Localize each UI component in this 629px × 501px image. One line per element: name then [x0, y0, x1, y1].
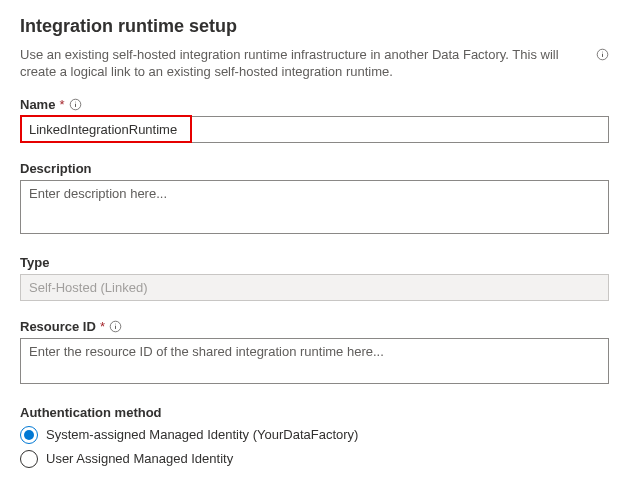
info-icon[interactable] [109, 319, 123, 333]
description-input[interactable] [20, 180, 609, 234]
svg-point-2 [602, 51, 603, 52]
auth-option-user[interactable]: User Assigned Managed Identity [20, 450, 609, 468]
radio-icon [20, 426, 38, 444]
auth-method-label-text: Authentication method [20, 405, 162, 420]
svg-point-8 [115, 323, 116, 324]
description-label-text: Description [20, 161, 92, 176]
auth-option-label: System-assigned Managed Identity (YourDa… [46, 427, 358, 442]
required-marker: * [100, 319, 105, 334]
page-title: Integration runtime setup [20, 16, 609, 37]
radio-icon [20, 450, 38, 468]
resource-id-label-text: Resource ID [20, 319, 96, 334]
resource-id-input[interactable] [20, 338, 609, 384]
type-label: Type [20, 255, 609, 270]
type-label-text: Type [20, 255, 49, 270]
name-label: Name * [20, 97, 609, 112]
resource-id-label: Resource ID * [20, 319, 609, 334]
type-field: Type Self-Hosted (Linked) [20, 255, 609, 301]
type-value: Self-Hosted (Linked) [20, 274, 609, 301]
description-field: Description [20, 161, 609, 237]
auth-option-label: User Assigned Managed Identity [46, 451, 233, 466]
auth-method-field: Authentication method System-assigned Ma… [20, 405, 609, 468]
info-icon[interactable] [595, 47, 609, 61]
intro-text: Use an existing self-hosted integration … [20, 47, 587, 81]
info-icon[interactable] [68, 97, 82, 111]
svg-point-5 [75, 101, 76, 102]
auth-method-label: Authentication method [20, 405, 609, 420]
name-field: Name * [20, 97, 609, 143]
resource-id-field: Resource ID * [20, 319, 609, 387]
description-label: Description [20, 161, 609, 176]
name-input[interactable] [20, 116, 609, 143]
required-marker: * [59, 97, 64, 112]
name-label-text: Name [20, 97, 55, 112]
auth-option-system[interactable]: System-assigned Managed Identity (YourDa… [20, 426, 609, 444]
